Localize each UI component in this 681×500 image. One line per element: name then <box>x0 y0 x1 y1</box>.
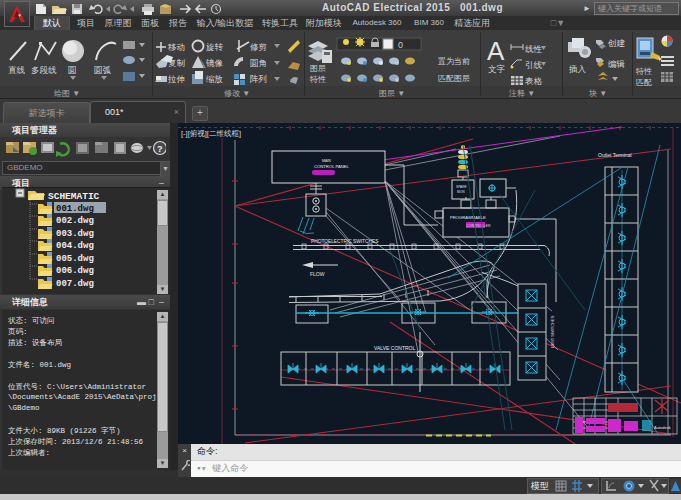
svg-text:002.dwg: 002.dwg <box>56 216 94 226</box>
svg-text:模型: 模型 <box>530 481 549 491</box>
svg-text:001.dwg: 001.dwg <box>56 204 94 214</box>
svg-text:MON: MON <box>457 190 465 194</box>
svg-text:CONTROL PANEL: CONTROL PANEL <box>314 164 350 169</box>
svg-text:SPARE: SPARE <box>456 185 467 189</box>
svg-text:MAIN: MAIN <box>322 159 331 163</box>
svg-text:CONTROLLER: CONTROLLER <box>466 224 491 228</box>
svg-text:A: A <box>487 36 505 66</box>
svg-text:[-][俯视][二维线框]: [-][俯视][二维线框] <box>181 129 241 138</box>
svg-text:LIMIT SWITCHES: LIMIT SWITCHES <box>550 315 555 348</box>
svg-text:003.dwg: 003.dwg <box>56 229 94 239</box>
svg-text:PHOTOELECTRIC SWITCHES: PHOTOELECTRIC SWITCHES <box>311 239 378 244</box>
svg-text:007.dwg: 007.dwg <box>56 279 94 289</box>
svg-text:FLOW: FLOW <box>310 271 325 277</box>
svg-text:005.dwg: 005.dwg <box>56 254 94 264</box>
svg-text:Outlet Terminal: Outlet Terminal <box>598 152 632 158</box>
svg-text:VALVE CONTROL: VALVE CONTROL <box>374 345 415 351</box>
svg-text:SCHEMATIC: SCHEMATIC <box>48 191 100 202</box>
svg-text:?: ? <box>157 144 163 154</box>
svg-text:0: 0 <box>398 40 403 50</box>
svg-text:004.dwg: 004.dwg <box>56 241 94 251</box>
svg-text:Autodesk: Autodesk <box>654 425 671 430</box>
svg-text:006.dwg: 006.dwg <box>56 266 94 276</box>
